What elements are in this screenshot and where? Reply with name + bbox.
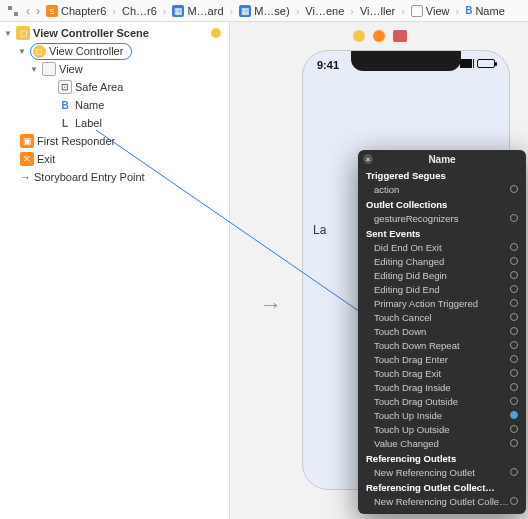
label-label: Label: [75, 117, 102, 129]
label-row[interactable]: L Label: [0, 114, 229, 132]
scene-first-responder-icon[interactable]: [373, 30, 385, 42]
event-touch-up-outside[interactable]: Touch Up Outside: [358, 422, 526, 436]
crumb-4[interactable]: Vi…ene: [305, 5, 344, 17]
crumb-3[interactable]: ▦M…se): [239, 5, 289, 17]
chevron-right-icon: ›: [350, 5, 354, 17]
outlet-circle-icon: [510, 468, 518, 476]
first-responder-row[interactable]: ▣ First Responder: [0, 132, 229, 150]
outlet-circle-icon: [510, 355, 518, 363]
item-new-referencing-outlet-col[interactable]: New Referencing Outlet Colle…: [358, 494, 526, 508]
section-referencing-outlets: Referencing Outlets: [358, 450, 526, 465]
outlet-circle-icon: [510, 299, 518, 307]
event-primary-action[interactable]: Primary Action Triggered: [358, 296, 526, 310]
back-button[interactable]: ‹: [26, 4, 30, 18]
arrow-right-icon: →: [20, 171, 31, 183]
event-touch-cancel[interactable]: Touch Cancel: [358, 310, 526, 324]
scene-label: View Controller Scene: [33, 27, 149, 39]
outlet-circle-icon: [510, 397, 518, 405]
chevron-right-icon: ›: [401, 5, 405, 17]
crumb-1[interactable]: Ch…r6: [122, 5, 157, 17]
battery-icon: [477, 59, 495, 68]
first-responder-label: First Responder: [37, 135, 115, 147]
outlet-circle-icon: [510, 425, 518, 433]
storyboard-icon: ▦: [239, 5, 251, 17]
event-touch-drag-exit[interactable]: Touch Drag Exit: [358, 366, 526, 380]
scene-indicator-icon: [211, 28, 221, 38]
crumb-7[interactable]: BName: [465, 5, 505, 17]
outlet-circle-icon: [510, 185, 518, 193]
view-label: View: [59, 63, 83, 75]
outlet-circle-icon: [510, 439, 518, 447]
segue-arrow-icon: →: [260, 292, 282, 318]
outlet-circle-icon: [510, 285, 518, 293]
scene-exit-icon[interactable]: [393, 30, 407, 42]
document-navigator-icon[interactable]: [6, 4, 20, 18]
crumb-5[interactable]: Vi…ller: [360, 5, 395, 17]
event-editing-did-end[interactable]: Editing Did End: [358, 282, 526, 296]
exit-icon: ✕: [20, 152, 34, 166]
section-sent-events: Sent Events: [358, 225, 526, 240]
event-touch-down-repeat[interactable]: Touch Down Repeat: [358, 338, 526, 352]
scene-vc-icon[interactable]: [353, 30, 365, 42]
disclosure-triangle-icon[interactable]: ▼: [4, 29, 13, 38]
document-outline: ▼ ◻ View Controller Scene ▼ ◻ View Contr…: [0, 22, 230, 519]
event-touch-drag-inside[interactable]: Touch Drag Inside: [358, 380, 526, 394]
chevron-right-icon: ›: [112, 5, 116, 17]
crumb-chapter6[interactable]: sChapter6: [46, 5, 106, 17]
canvas-label[interactable]: La: [313, 223, 326, 237]
selected-item-pill: ◻ View Controller: [30, 43, 132, 60]
event-touch-drag-outside[interactable]: Touch Drag Outside: [358, 394, 526, 408]
item-gesture-recognizers[interactable]: gestureRecognizers: [358, 211, 526, 225]
forward-button[interactable]: ›: [36, 4, 40, 18]
crumb-2[interactable]: ▦M…ard: [172, 5, 223, 17]
outlet-circle-icon: [510, 243, 518, 251]
item-new-referencing-outlet[interactable]: New Referencing Outlet: [358, 465, 526, 479]
event-did-end-on-exit[interactable]: Did End On Exit: [358, 240, 526, 254]
section-outlet-collections: Outlet Collections: [358, 196, 526, 211]
scene-icon: ◻: [16, 26, 30, 40]
event-editing-did-begin[interactable]: Editing Did Begin: [358, 268, 526, 282]
outlet-circle-icon: [510, 341, 518, 349]
breadcrumb-toolbar: ‹ › sChapter6 › Ch…r6 › ▦M…ard › ▦M…se) …: [0, 0, 528, 22]
safe-area-icon: ⊡: [58, 80, 72, 94]
event-editing-changed[interactable]: Editing Changed: [358, 254, 526, 268]
name-field-row[interactable]: B Name: [0, 96, 229, 114]
outlet-circle-icon: [510, 271, 518, 279]
view-row[interactable]: ▼ View: [0, 60, 229, 78]
outlet-circle-icon: [510, 497, 518, 505]
outlet-circle-icon: [510, 214, 518, 222]
disclosure-triangle-icon[interactable]: ▼: [30, 65, 39, 74]
status-icons: [460, 59, 495, 68]
storyboard-icon: ▦: [172, 5, 184, 17]
popover-title: × Name: [358, 150, 526, 167]
connections-popover[interactable]: × Name Triggered Segues action Outlet Co…: [358, 150, 526, 514]
event-touch-drag-enter[interactable]: Touch Drag Enter: [358, 352, 526, 366]
entry-point-label: Storyboard Entry Point: [34, 171, 145, 183]
event-value-changed[interactable]: Value Changed: [358, 436, 526, 450]
safe-area-row[interactable]: ⊡ Safe Area: [0, 78, 229, 96]
section-referencing-outlet-collections: Referencing Outlet Collect…: [358, 479, 526, 494]
device-notch: [351, 51, 461, 71]
name-label: Name: [75, 99, 104, 111]
outlet-circle-icon: [510, 383, 518, 391]
disclosure-triangle-icon[interactable]: ▼: [18, 47, 27, 56]
chevron-right-icon: ›: [163, 5, 167, 17]
outlet-circle-icon: [510, 411, 518, 419]
event-touch-up-inside[interactable]: Touch Up Inside: [358, 408, 526, 422]
vc-label: View Controller: [49, 45, 123, 57]
label-l-icon: L: [58, 118, 72, 129]
scene-header-row[interactable]: ▼ ◻ View Controller Scene: [0, 24, 229, 42]
item-action[interactable]: action: [358, 182, 526, 196]
outlet-circle-icon: [510, 327, 518, 335]
entry-point-row[interactable]: → Storyboard Entry Point: [0, 168, 229, 186]
exit-row[interactable]: ✕ Exit: [0, 150, 229, 168]
scene-header-icons: [353, 30, 407, 42]
outlet-b-icon: B: [58, 100, 72, 111]
event-touch-down[interactable]: Touch Down: [358, 324, 526, 338]
safe-area-label: Safe Area: [75, 81, 123, 93]
view-icon: [411, 5, 423, 17]
signal-icon: [460, 59, 474, 68]
close-icon[interactable]: ×: [363, 154, 373, 164]
view-controller-row[interactable]: ▼ ◻ View Controller: [14, 42, 229, 60]
crumb-6[interactable]: View: [411, 5, 450, 17]
